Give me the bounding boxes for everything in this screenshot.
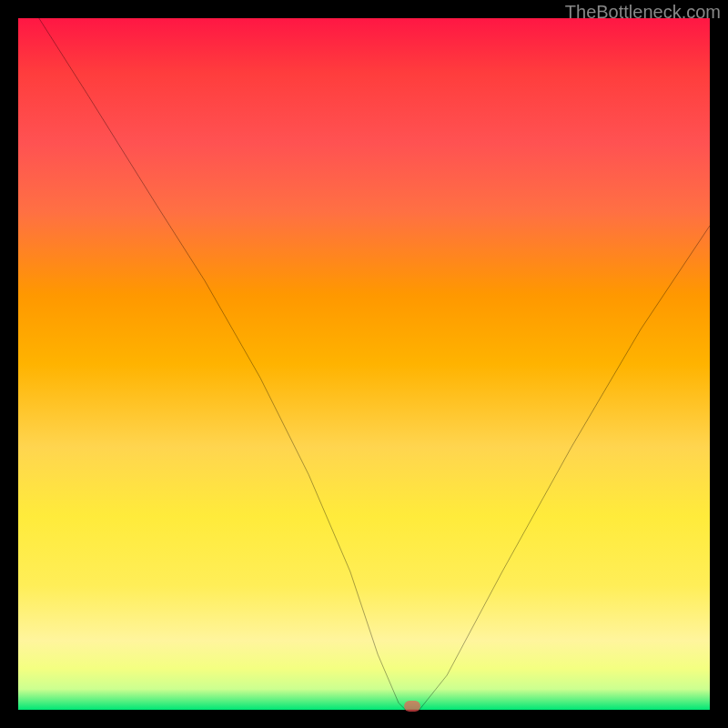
watermark-text: TheBottleneck.com — [565, 2, 721, 23]
optimal-point-marker — [404, 701, 420, 712]
chart-plot-area — [18, 18, 710, 710]
bottleneck-curve — [18, 18, 710, 710]
